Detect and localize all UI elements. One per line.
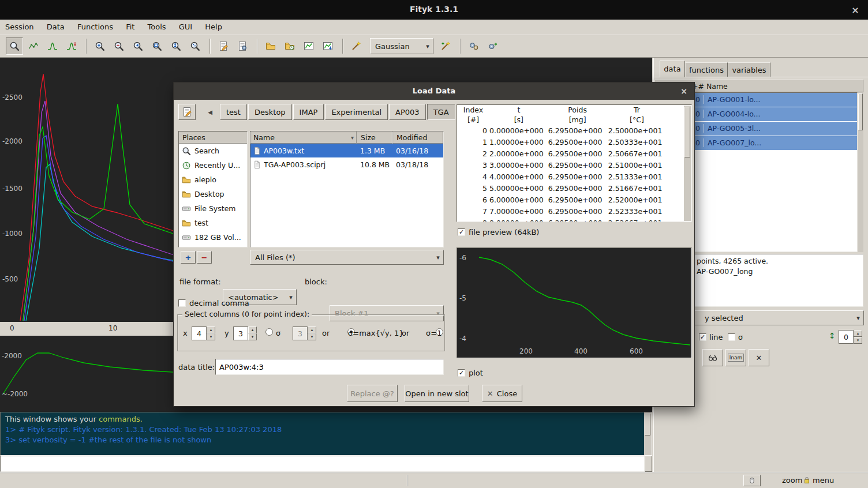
function-type-combo[interactable]: Gaussian ▾: [370, 38, 433, 54]
sigma-checkbox-group[interactable]: σ: [728, 331, 743, 343]
replace-button[interactable]: Replace @?: [347, 385, 398, 402]
drag-peak-mode-button[interactable]: [63, 37, 80, 55]
menu-session[interactable]: Session: [0, 20, 39, 35]
file-modified: 03/16/18: [392, 147, 443, 155]
tab-functions[interactable]: functions: [685, 62, 728, 77]
add-function-button[interactable]: [437, 37, 454, 55]
fit-settings-button[interactable]: [484, 37, 502, 55]
column-header-modified[interactable]: Modified: [392, 132, 443, 144]
open-in-new-slot-button[interactable]: Open in new slot: [405, 385, 469, 402]
x-column-spinner[interactable]: 4 ▴▾: [192, 326, 215, 340]
path-button-imap[interactable]: IMAP: [293, 104, 324, 120]
console-scrollbar[interactable]: [644, 412, 652, 455]
zoom-auto-button[interactable]: [186, 37, 204, 55]
plot-checkbox-group[interactable]: ✓ plot: [458, 367, 483, 378]
edit-script-button[interactable]: [215, 37, 232, 55]
path-button-tga[interactable]: TGA: [427, 104, 455, 120]
spin-up-icon[interactable]: ▴: [207, 326, 215, 333]
zoom-in-button[interactable]: [91, 37, 108, 55]
file-row[interactable]: TGA-AP003.sciprj 10.8 MB 03/18/18: [250, 157, 443, 171]
spin-up-icon[interactable]: ▴: [854, 330, 862, 337]
add-place-button[interactable]: +: [181, 251, 196, 264]
file-preview-group[interactable]: ✓ file preview (64kB): [458, 227, 539, 237]
folder-clock-icon: [285, 41, 295, 51]
zoom-mode-button[interactable]: [6, 37, 23, 55]
scrollbar-thumb[interactable]: [684, 107, 690, 157]
zoom-all-button[interactable]: [148, 37, 166, 55]
sigma-checkbox[interactable]: [728, 333, 735, 341]
menu-help[interactable]: Help: [200, 20, 227, 35]
file-preview-checkbox[interactable]: ✓: [458, 228, 465, 236]
y-column-spinner[interactable]: 3 ▴▾: [233, 326, 257, 340]
spin-down-icon[interactable]: ▾: [207, 333, 215, 340]
path-button-desktop[interactable]: Desktop: [248, 104, 292, 120]
file-format-label: file format:: [179, 277, 221, 286]
data-range-mode-button[interactable]: [25, 37, 42, 55]
zoom-out-button[interactable]: [110, 37, 128, 55]
place-search[interactable]: Search: [179, 144, 247, 158]
decimal-comma-group[interactable]: decimal comma: [178, 298, 249, 308]
tab-variables[interactable]: variables: [728, 62, 770, 77]
preview-table-scrollbar[interactable]: [684, 106, 691, 221]
menu-tools[interactable]: Tools: [143, 20, 171, 35]
file-row-selected[interactable]: AP003w.txt 1.3 MB 03/16/18: [250, 144, 443, 157]
sigma-column-radio[interactable]: [265, 328, 273, 336]
scrollbar-thumb[interactable]: [645, 414, 650, 436]
places-panel[interactable]: Places Search Recently U... aleplo Deskt…: [178, 131, 248, 247]
path-button-test[interactable]: test: [220, 104, 247, 120]
line-checkbox[interactable]: ✓: [699, 333, 706, 341]
run-fit-button[interactable]: [465, 37, 482, 55]
remove-place-button[interactable]: −: [197, 251, 212, 264]
save-image-button[interactable]: [300, 37, 317, 55]
rerun-script-button[interactable]: [234, 37, 251, 55]
command-input[interactable]: [0, 456, 645, 472]
open-recent-button[interactable]: [281, 37, 298, 55]
menu-data[interactable]: Data: [42, 20, 70, 35]
window-close-button[interactable]: ×: [846, 0, 865, 20]
menu-fit[interactable]: Fit: [121, 20, 140, 35]
view-data-button[interactable]: [702, 349, 723, 366]
menu-gui[interactable]: GUI: [174, 20, 197, 35]
dialog-close-button[interactable]: ×: [676, 82, 692, 100]
decimal-comma-checkbox[interactable]: [178, 299, 186, 307]
path-button-experimental[interactable]: Experimental: [325, 104, 388, 120]
close-button[interactable]: ✕ Close: [482, 385, 522, 402]
place-test[interactable]: test: [179, 216, 247, 230]
path-button-ap003[interactable]: AP003: [389, 104, 426, 120]
tab-data[interactable]: data: [660, 61, 685, 77]
place-volume[interactable]: 182 GB Vol...: [179, 230, 247, 245]
file-filter-combo[interactable]: All Files (*) ▾: [250, 250, 444, 265]
preview-table-panel[interactable]: Index t Poids Tr [#] [s] [mg] [°C] 00.00…: [457, 104, 692, 222]
rename-data-button[interactable]: lnam: [725, 349, 746, 366]
data-title-input[interactable]: [215, 359, 444, 375]
quick-fit-button[interactable]: [347, 37, 365, 55]
point-size-spinner[interactable]: 0 ▴▾: [839, 330, 862, 344]
zoom-previous-button[interactable]: [129, 37, 147, 55]
file-list[interactable]: Name ▾ Size Modified AP003w.txt 1.3 MB 0…: [250, 131, 444, 247]
zoom-vertical-button[interactable]: [167, 37, 185, 55]
add-peak-mode-button[interactable]: [44, 37, 61, 55]
spin-down-icon[interactable]: ▾: [854, 337, 862, 344]
output-console[interactable]: This window shows your commands. 1> # Fi…: [0, 412, 652, 456]
spin-down-icon[interactable]: ▾: [248, 333, 257, 340]
place-desktop[interactable]: Desktop: [179, 187, 247, 201]
column-header-size[interactable]: Size: [357, 132, 392, 144]
plot-checkbox[interactable]: ✓: [458, 369, 465, 377]
open-data-button[interactable]: [262, 37, 279, 55]
spin-up-icon[interactable]: ▴: [248, 326, 257, 333]
data-list-scrollbar[interactable]: [858, 92, 863, 252]
scrollbar-thumb[interactable]: [858, 93, 863, 130]
type-location-button[interactable]: [178, 104, 196, 120]
place-file-system[interactable]: File System: [179, 201, 247, 216]
path-scroll-left-button[interactable]: ◀: [204, 104, 216, 120]
place-recently-used[interactable]: Recently U...: [179, 158, 247, 172]
statusbar-mouse-button[interactable]: [743, 475, 761, 486]
export-data-button[interactable]: [319, 37, 336, 55]
dialog-titlebar[interactable]: Load Data ×: [174, 82, 694, 100]
line-checkbox-group[interactable]: ✓ line: [699, 331, 723, 343]
menu-functions[interactable]: Functions: [72, 20, 118, 35]
column-header-name[interactable]: Name ▾: [250, 132, 357, 144]
place-label: Search: [194, 147, 219, 155]
place-home[interactable]: aleplo: [179, 172, 247, 187]
delete-data-button[interactable]: ✕: [749, 349, 769, 366]
